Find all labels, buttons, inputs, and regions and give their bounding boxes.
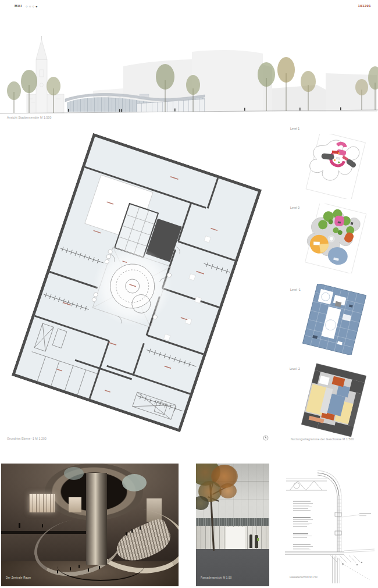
pager-dot-icon: ○ xyxy=(29,4,31,9)
diagram-level-minus1 xyxy=(300,284,369,355)
oculus-sky-patch xyxy=(64,467,84,480)
pager-dot-icon: ○ xyxy=(26,4,28,9)
foreground-pavement xyxy=(196,549,269,586)
site-elevation-drawing xyxy=(0,20,378,116)
diagram-level-minus2 xyxy=(298,363,370,437)
person-silhouette xyxy=(255,535,258,548)
interior-caption: Der Zentrale Raum xyxy=(6,576,31,579)
pager-dot-icon: ● xyxy=(35,4,38,9)
gallery-window xyxy=(29,494,55,512)
curved-railing xyxy=(57,551,144,581)
main-floor-plan xyxy=(12,133,262,433)
elevation-caption: Ansicht Stadtensemble M 1:500 xyxy=(7,116,51,119)
diagrams-caption: Nutzungsdiagramme der Geschosse M 1:500 xyxy=(291,437,354,441)
diagram-level-1 xyxy=(299,134,369,199)
pager-dot-icon: ○ xyxy=(32,4,34,9)
glazing-highlight xyxy=(226,527,245,549)
interior-rendering: Der Zentrale Raum xyxy=(1,464,179,586)
facade-section-detail: Fassadenschnitt M 1:50 xyxy=(284,464,377,586)
oculus-sky-patch xyxy=(122,474,147,491)
facade-rendering: Fassadenansicht M 1:50 xyxy=(196,464,269,586)
detail-caption: Fassadenschnitt M 1:50 xyxy=(290,576,318,579)
person-silhouette xyxy=(249,534,252,548)
north-arrow-icon xyxy=(263,435,269,441)
board-logo: MAI xyxy=(15,4,22,8)
louver-band xyxy=(196,518,269,526)
green-bag xyxy=(257,538,259,541)
facade-caption: Fassadenansicht M 1:50 xyxy=(201,576,231,579)
sheet-pager-dots: ○ ○ ○ ● xyxy=(26,4,38,9)
level-label-minus1: Level -1 xyxy=(290,288,301,291)
gallery-window xyxy=(69,497,81,512)
level-label-1: Level 1 xyxy=(290,127,299,130)
presentation-board: MAI ○ ○ ○ ● 191201 xyxy=(0,0,378,588)
entry-code: 191201 xyxy=(358,4,371,8)
diagram-level-0 xyxy=(298,204,371,273)
plan-caption: Grundriss Ebene -1 M 1:200 xyxy=(7,437,47,440)
